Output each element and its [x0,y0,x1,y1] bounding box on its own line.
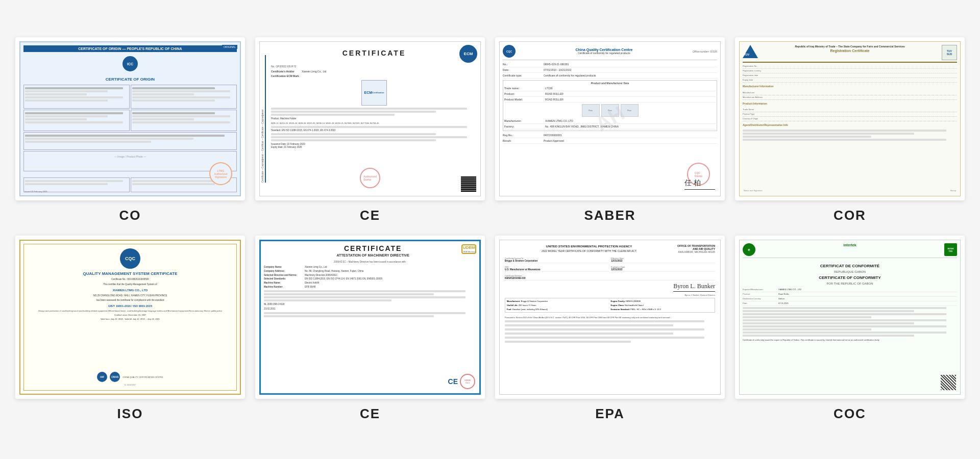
cor-key-5: Manufacturer [743,91,778,94]
ce2-line-2 [264,293,434,295]
cert-card-epa[interactable]: UNITED STATES ENVIRONMENTAL PROTECTION A… [495,236,725,399]
ce2-val-machno: EFB 36/48 [305,286,315,289]
ce-field-holder-label: Certificate's Holder [271,70,302,73]
coc-line-4 [743,316,871,318]
cert-card-co[interactable]: ORIGINAL CERTIFICATE OF ORIGIN — PEOPLE'… [15,37,245,200]
cert-card-saber[interactable]: AH CQC China Quality Certification Centr… [495,37,725,200]
cor-footer-left: Name and Signature [744,189,763,192]
cert-card-ce2[interactable]: CERTIFICATE ATTESTATION OF MACHINERY DIR… [255,236,485,399]
certificate-grid: ORIGINAL CERTIFICATE OF ORIGIN — PEOPLE'… [15,37,965,422]
epa-field-expiration: Expiration Date: 12/31/2022 [611,265,715,272]
cert-card-coc[interactable]: e intertek INTERTEK CERTIFICAT DE CONFOR… [735,236,965,399]
ce-line [271,108,467,110]
co-body: — Image / Product Photo — [23,85,237,192]
ce-stamp: AuthorizedStamp [360,168,380,188]
saber-row-product: Product: ROAD ROLLER [504,91,716,97]
saber-cqc-title: China Quality Certification Centre [518,48,690,52]
ce-product: Product: Machine Holder [271,117,477,120]
ce2-val-address: No. 89, Changlong Road, Haicang, Xiamen,… [305,270,363,273]
coc-cert-title-block: CERTIFICAT DE CONFORMITÉ REPUBLIQUE GABO… [743,262,957,286]
ce-certmark-label: Certification ECM Mark [271,74,302,78]
iso-address: NO.29 CHANGLONG ROAD, HAILI, XIAMEN CITY… [38,294,222,298]
epa-field-certno: Certificate Number: KBNXS20163B-018 [505,274,715,280]
coc-header: e intertek INTERTEK [743,243,957,258]
cor-triangle [743,45,758,58]
cor-key-7: Trade Name [743,108,778,111]
coc-line-8 [743,328,871,330]
ce2-line-6 [264,315,434,317]
co-line [25,180,123,182]
ce2-line-4 [264,299,391,301]
ce2-field-machno: Machine Number: EFB 36/48 [264,286,476,289]
coc-line-10 [743,335,914,337]
iso-logos-bottom: IAF CNAS CHINA QUALITY CERTIFICATION CEN… [97,372,163,382]
ce2-line-3 [264,296,465,298]
saber-key-reg: Reg No.: [503,134,544,137]
iso-center-text: CHINA QUALITY CERTIFICATION CENTRE [122,376,163,378]
epa-line-3 [505,328,704,330]
saber-photo-1: Photo [582,104,600,117]
cert-card-ce1[interactable]: Certificate – Сертификат – Certificat – … [255,37,485,200]
co-document: ORIGINAL CERTIFICATE OF ORIGIN — PEOPLE'… [19,41,241,196]
iso-company: XIAMEN LTMG CO., LTD [38,288,222,293]
saber-val-result: Product Approved [544,139,717,142]
cert-item-iso: CQC QUALITY MANAGEMENT SYSTEM CERTIFICAT… [15,236,245,422]
iso-iaf-badge: IAF [97,372,107,382]
saber-val-date: 07/01/2010 - 10/21/2022 [544,68,717,71]
saber-val-model: ROAD ROLLER [545,98,716,101]
ce-ecm-badge: ECMCertification [361,80,387,106]
ce2-ce-mark: CE [448,377,458,386]
saber-row-certtype: Certificate type: Certificate of conform… [503,73,717,79]
saber-key-company: Trade name: [504,87,545,90]
cert-item-coc: e intertek INTERTEK CERTIFICAT DE CONFOR… [735,236,965,422]
ce2-body: Company Name: Xiamen Ltmg Co., Ltd Compa… [264,265,476,318]
co-footer: Issued 22 February 2023 [24,190,47,193]
ce-field-company-val: Xiamen Ltmg Co., Ltd [302,70,326,73]
epa-field-ein: EIN: U.S. Manufacturer at Wauwatosa [505,265,609,272]
saber-row-ltmg: Trade name: LTC80 [504,86,716,91]
epa-val-exp: 12/31/2022 [611,268,715,271]
epa-left-header: UNITED STATES ENVIRONMENTAL PROTECTION A… [505,244,673,252]
ce2-val-directive: Machinery Directive 2006/42/EC [305,274,338,277]
epa-document: UNITED STATES ENVIRONMENTAL PROTECTION A… [499,240,721,395]
saber-header: CQC China Quality Certification Centre C… [503,45,717,60]
saber-row-2: Date: 07/01/2010 - 10/21/2022 [503,67,717,73]
ce2-key-company: Company Name: [264,266,305,269]
saber-office: Office number: 02026 [693,50,717,53]
co-line [25,96,123,98]
ce2-label: CE [360,406,380,422]
cor-key-4: Expiry date [743,79,778,82]
iso-certified-since: Certified since: December 31, 2007 [38,314,222,317]
co-line [132,90,230,92]
ce-qr-code [461,176,476,192]
saber-key-product: Product: [504,92,545,95]
coc-val-company: XIAMEN LTMG CO., LTD [778,288,957,291]
cor-val-9 [778,117,957,120]
co-label: CO [119,208,141,223]
saber-sig-line [684,189,715,190]
epa-specs-grid: Manufacturer: Briggs & Stratton Corporat… [505,298,715,313]
saber-photo-3: Photo [621,104,639,117]
iso-document: CQC QUALITY MANAGEMENT SYSTEM CERTIFICAT… [19,240,241,395]
ce-vertical-text: Certificate – Сертификат – Certificat – … [261,55,266,183]
cor-val-4 [778,79,957,82]
epa-val-ein: U.S. Manufacturer at Wauwatosa [505,268,609,271]
cert-item-saber: AH CQC China Quality Certification Centr… [495,37,725,223]
coc-row-4: Date: 07.01.2021 [743,301,957,306]
saber-row-model: Product Model: ROAD ROLLER [504,97,716,103]
coc-logo-right: INTERTEK [944,243,957,256]
coc-line-7 [743,325,946,327]
iso-standard: GB/T 19001-2016 / ISO 9001:2015 [38,304,222,308]
saber-photo-2: Photo [601,104,619,117]
saber-val-mfr: XIAMEN LTMG CO.,LTD [545,119,716,122]
cor-val-7 [778,108,957,111]
cert-card-cor[interactable]: Republic of Iraq Ministry of Trade – The… [735,37,965,200]
epa-line-1 [505,320,704,322]
cert-item-epa: UNITED STATES ENVIRONMENTAL PROTECTION A… [495,236,725,422]
co-stamp: LTMGAuthorizedSignature [209,162,232,185]
co-cell-3 [23,110,130,131]
epa-field-effective: Effective Date: 12/31/2022 [611,257,715,263]
coc-logo-circle: e [743,243,755,256]
cert-card-iso[interactable]: CQC QUALITY MANAGEMENT SYSTEM CERTIFICAT… [15,236,245,399]
ce-line2 [271,126,467,128]
